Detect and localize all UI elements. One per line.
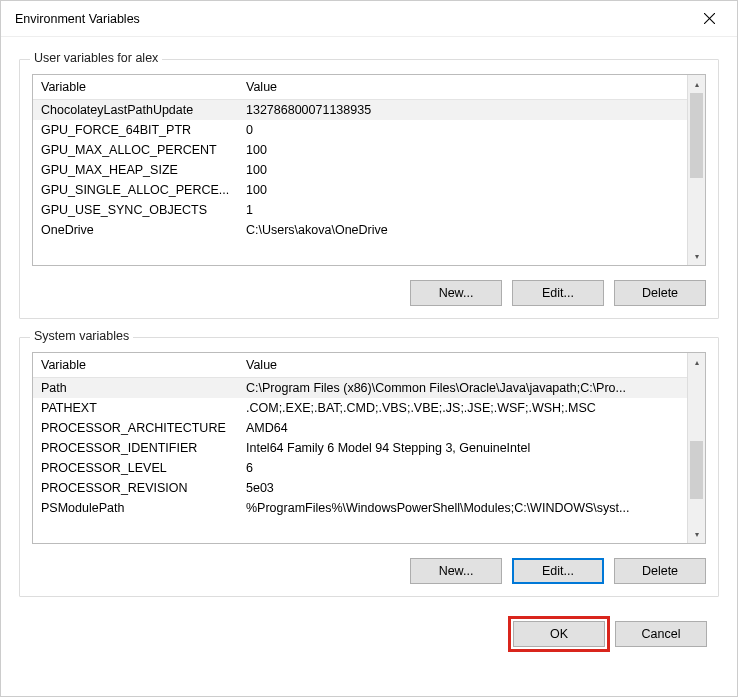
scroll-up-icon[interactable]: ▴ (688, 353, 705, 371)
system-variables-group: System variables Variable Value Path (19, 337, 719, 597)
scroll-down-icon[interactable]: ▾ (688, 525, 705, 543)
cell-variable: OneDrive (33, 220, 238, 240)
system-group-label: System variables (30, 329, 133, 343)
cell-value: %ProgramFiles%\WindowsPowerShell\Modules… (238, 498, 687, 518)
cell-variable: PROCESSOR_ARCHITECTURE (33, 418, 238, 438)
table-row[interactable]: PROCESSOR_ARCHITECTURE AMD64 (33, 418, 687, 438)
user-delete-button[interactable]: Delete (614, 280, 706, 306)
user-variables-group: User variables for alex Variable Value C (19, 59, 719, 319)
cell-variable: GPU_USE_SYNC_OBJECTS (33, 200, 238, 220)
scrollbar[interactable]: ▴ ▾ (687, 75, 705, 265)
cell-value: .COM;.EXE;.BAT;.CMD;.VBS;.VBE;.JS;.JSE;.… (238, 398, 687, 418)
scroll-up-icon[interactable]: ▴ (688, 75, 705, 93)
table-row[interactable]: PATHEXT .COM;.EXE;.BAT;.CMD;.VBS;.VBE;.J… (33, 398, 687, 418)
system-delete-button[interactable]: Delete (614, 558, 706, 584)
scrollbar[interactable]: ▴ ▾ (687, 353, 705, 543)
table-row[interactable]: Path C:\Program Files (x86)\Common Files… (33, 378, 687, 399)
column-header-variable[interactable]: Variable (33, 353, 238, 378)
table-row[interactable]: GPU_USE_SYNC_OBJECTS 1 (33, 200, 687, 220)
column-header-value[interactable]: Value (238, 75, 687, 100)
user-new-button[interactable]: New... (410, 280, 502, 306)
table-row[interactable]: PSModulePath %ProgramFiles%\WindowsPower… (33, 498, 687, 518)
scroll-down-icon[interactable]: ▾ (688, 247, 705, 265)
cell-value: AMD64 (238, 418, 687, 438)
cell-value: 6 (238, 458, 687, 478)
env-vars-dialog: Environment Variables User variables for… (0, 0, 738, 697)
table-row[interactable]: ChocolateyLastPathUpdate 132786800071138… (33, 100, 687, 121)
cell-variable: PROCESSOR_IDENTIFIER (33, 438, 238, 458)
cell-variable: GPU_MAX_ALLOC_PERCENT (33, 140, 238, 160)
system-edit-button[interactable]: Edit... (512, 558, 604, 584)
cell-value: 5e03 (238, 478, 687, 498)
cell-variable: PROCESSOR_LEVEL (33, 458, 238, 478)
close-icon[interactable] (689, 5, 729, 33)
table-row[interactable]: GPU_SINGLE_ALLOC_PERCE... 100 (33, 180, 687, 200)
system-variables-table[interactable]: Variable Value Path C:\Program Files (x8… (32, 352, 706, 544)
user-edit-button[interactable]: Edit... (512, 280, 604, 306)
cell-value: 132786800071138935 (238, 100, 687, 121)
table-row[interactable]: OneDrive C:\Users\akova\OneDrive (33, 220, 687, 240)
cell-variable: PROCESSOR_REVISION (33, 478, 238, 498)
table-row[interactable]: GPU_MAX_HEAP_SIZE 100 (33, 160, 687, 180)
cell-value: Intel64 Family 6 Model 94 Stepping 3, Ge… (238, 438, 687, 458)
scroll-thumb[interactable] (690, 441, 703, 499)
column-header-value[interactable]: Value (238, 353, 687, 378)
cell-value: 0 (238, 120, 687, 140)
table-row[interactable]: PROCESSOR_REVISION 5e03 (33, 478, 687, 498)
table-row[interactable]: GPU_MAX_ALLOC_PERCENT 100 (33, 140, 687, 160)
table-row[interactable]: PROCESSOR_IDENTIFIER Intel64 Family 6 Mo… (33, 438, 687, 458)
cell-variable: ChocolateyLastPathUpdate (33, 100, 238, 121)
cell-value: C:\Program Files (x86)\Common Files\Orac… (238, 378, 687, 399)
cell-variable: PATHEXT (33, 398, 238, 418)
column-header-variable[interactable]: Variable (33, 75, 238, 100)
titlebar: Environment Variables (1, 1, 737, 37)
cell-variable: PSModulePath (33, 498, 238, 518)
cell-variable: Path (33, 378, 238, 399)
table-row[interactable]: PROCESSOR_LEVEL 6 (33, 458, 687, 478)
cell-value: 100 (238, 160, 687, 180)
cell-value: C:\Users\akova\OneDrive (238, 220, 687, 240)
cell-value: 1 (238, 200, 687, 220)
cell-variable: GPU_SINGLE_ALLOC_PERCE... (33, 180, 238, 200)
user-group-label: User variables for alex (30, 51, 162, 65)
scroll-thumb[interactable] (690, 93, 703, 178)
cell-value: 100 (238, 140, 687, 160)
cell-value: 100 (238, 180, 687, 200)
system-new-button[interactable]: New... (410, 558, 502, 584)
ok-button[interactable]: OK (513, 621, 605, 647)
cell-variable: GPU_MAX_HEAP_SIZE (33, 160, 238, 180)
table-row[interactable]: GPU_FORCE_64BIT_PTR 0 (33, 120, 687, 140)
user-variables-table[interactable]: Variable Value ChocolateyLastPathUpdate … (32, 74, 706, 266)
cell-variable: GPU_FORCE_64BIT_PTR (33, 120, 238, 140)
window-title: Environment Variables (15, 12, 140, 26)
cancel-button[interactable]: Cancel (615, 621, 707, 647)
